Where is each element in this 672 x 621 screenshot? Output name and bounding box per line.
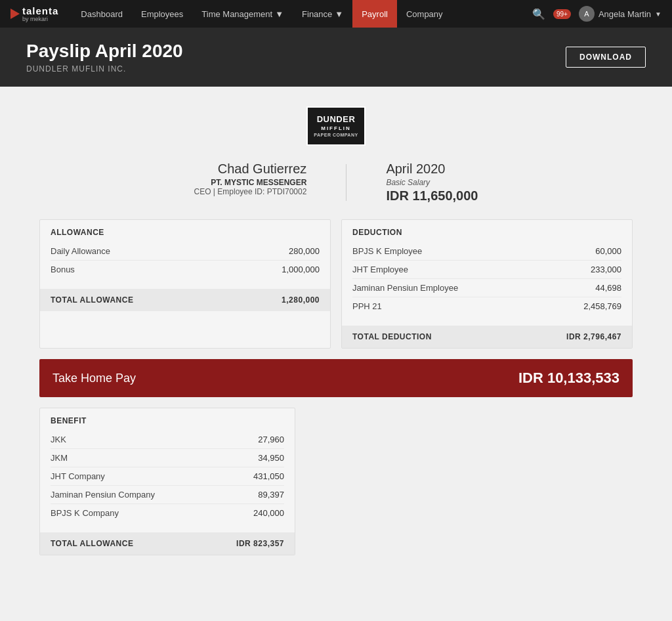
benefit-label-bpjsk-company: BPJS K Company — [51, 508, 119, 518]
deduction-body: BPJS K Employee 60,000 JHT Employee 233,… — [342, 242, 632, 326]
employee-info-row: Chad Gutierrez PT. MYSTIC MESSENGER CEO … — [39, 161, 633, 203]
chevron-down-icon: ▼ — [335, 9, 343, 19]
deduction-item-pph21: PPH 21 2,458,769 — [352, 297, 621, 315]
salary-label: Basic Salary — [386, 178, 478, 187]
total-deduction-value: IDR 2,796,467 — [566, 332, 621, 341]
benefit-item-bpjsk-company: BPJS K Company 240,000 — [51, 504, 284, 522]
logo-line2: MIFFLIN — [321, 125, 351, 132]
allowance-item-daily: Daily Allowance 280,000 — [51, 242, 320, 261]
page-title: Payslip April 2020 — [26, 41, 183, 62]
benefit-item-jkk: JKK 27,960 — [51, 431, 284, 449]
benefit-item-jkm: JKM 34,950 — [51, 449, 284, 467]
deduction-item-bpjsk: BPJS K Employee 60,000 — [352, 242, 621, 261]
deduction-value-bpjsk: 60,000 — [595, 246, 621, 256]
nav-item-dashboard[interactable]: Dashboard — [72, 0, 132, 28]
deduction-value-pph21: 2,458,769 — [583, 301, 621, 311]
benefit-label-jkm: JKM — [51, 453, 68, 463]
total-allowance-value: 1,280,000 — [282, 295, 320, 305]
take-home-pay-label: Take Home Pay — [52, 372, 136, 385]
page-banner: Payslip April 2020 DUNDLER MUFLIN INC. D… — [0, 28, 672, 87]
deduction-label-jht: JHT Employee — [352, 265, 408, 274]
employee-company: PT. MYSTIC MESSENGER — [194, 178, 307, 187]
benefit-item-jht-company: JHT Company 431,050 — [51, 467, 284, 486]
deduction-item-jp: Jaminan Pensiun Employee 44,698 — [352, 279, 621, 297]
logo-text-block: talenta by mekari — [22, 5, 58, 22]
allowance-footer: TOTAL ALLOWANCE 1,280,000 — [40, 289, 330, 311]
allowance-item-bonus: Bonus 1,000,000 — [51, 261, 320, 278]
notification-badge[interactable]: 99+ — [553, 9, 571, 19]
allowance-value-bonus: 1,000,000 — [282, 265, 320, 274]
logo[interactable]: talenta by mekari — [10, 5, 58, 22]
nav-item-payroll[interactable]: Payroll — [352, 0, 397, 28]
benefit-value-jkk: 27,960 — [258, 435, 284, 444]
user-menu-chevron-icon: ▼ — [655, 11, 662, 18]
take-home-pay-bar: Take Home Pay IDR 10,133,533 — [39, 359, 633, 397]
benefit-value-jp-company: 89,397 — [258, 490, 284, 500]
banner-text: Payslip April 2020 DUNDLER MUFLIN INC. — [26, 41, 183, 74]
benefit-footer: TOTAL ALLOWANCE IDR 823,357 — [40, 532, 295, 555]
logo-line1: DUNDER — [317, 114, 356, 125]
employee-name: Chad Gutierrez — [194, 161, 307, 177]
nav-item-finance[interactable]: Finance ▼ — [293, 0, 352, 28]
benefit-body: JKK 27,960 JKM 34,950 JHT Company 431,05… — [40, 431, 295, 532]
take-home-pay-value: IDR 10,133,533 — [518, 370, 620, 387]
benefit-label-jht-company: JHT Company — [51, 471, 105, 481]
user-menu[interactable]: A Angela Martin ▼ — [579, 6, 662, 22]
benefit-total-label: TOTAL ALLOWANCE — [51, 539, 133, 548]
nav-items: Dashboard Employees Time Management ▼ Fi… — [72, 0, 532, 28]
user-name: Angela Martin — [598, 9, 651, 19]
salary-info: April 2020 Basic Salary IDR 11,650,000 — [386, 161, 478, 203]
company-logo: DUNDER MIFFLIN PAPER COMPANY — [306, 106, 366, 146]
salary-period: April 2020 — [386, 161, 478, 177]
banner-subtitle: DUNDLER MUFLIN INC. — [26, 64, 183, 74]
download-button[interactable]: DOWNLOAD — [566, 47, 646, 68]
deduction-card: DEDUCTION BPJS K Employee 60,000 JHT Emp… — [341, 219, 633, 349]
benefit-value-jkm: 34,950 — [258, 453, 284, 463]
benefit-value-jht-company: 431,050 — [253, 471, 284, 481]
salary-amount: IDR 11,650,000 — [386, 188, 478, 203]
deduction-label-jp: Jaminan Pensiun Employee — [352, 283, 458, 293]
total-allowance-label: TOTAL ALLOWANCE — [51, 295, 133, 305]
deduction-value-jp: 44,698 — [595, 283, 621, 293]
total-deduction-label: TOTAL DEDUCTION — [352, 332, 432, 341]
main-content: DUNDER MIFFLIN PAPER COMPANY Chad Gutier… — [0, 87, 672, 621]
company-logo-section: DUNDER MIFFLIN PAPER COMPANY — [39, 106, 633, 146]
deduction-item-jht: JHT Employee 233,000 — [352, 261, 621, 279]
nav-item-employees[interactable]: Employees — [132, 0, 192, 28]
navbar: talenta by mekari Dashboard Employees Ti… — [0, 0, 672, 28]
deduction-label-bpjsk: BPJS K Employee — [352, 246, 422, 256]
nav-item-time-management[interactable]: Time Management ▼ — [192, 0, 293, 28]
allowance-header: ALLOWANCE — [40, 220, 330, 242]
allowance-value-daily: 280,000 — [289, 246, 320, 256]
benefit-value-bpjsk-company: 240,000 — [253, 508, 284, 518]
logo-triangle-icon — [10, 9, 20, 19]
allowance-deduction-row: ALLOWANCE Daily Allowance 280,000 Bonus … — [39, 219, 633, 349]
deduction-header: DEDUCTION — [342, 220, 632, 242]
benefit-label-jp-company: Jaminan Pensiun Company — [51, 490, 155, 500]
benefit-card: BENEFIT JKK 27,960 JKM 34,950 JHT Compan… — [39, 408, 295, 555]
logo-sub-text: by mekari — [22, 16, 58, 22]
allowance-card: ALLOWANCE Daily Allowance 280,000 Bonus … — [39, 219, 331, 349]
deduction-label-pph21: PPH 21 — [352, 301, 382, 311]
benefit-total-value: IDR 823,357 — [236, 539, 284, 548]
nav-right: 🔍 99+ A Angela Martin ▼ — [532, 6, 662, 22]
benefit-label-jkk: JKK — [51, 435, 66, 444]
benefit-header: BENEFIT — [40, 408, 295, 431]
user-avatar: A — [579, 6, 595, 22]
info-divider — [346, 164, 346, 201]
chevron-down-icon: ▼ — [275, 9, 284, 19]
logo-brand-name: talenta — [22, 5, 58, 16]
employee-role: CEO | Employee ID: PTDI70002 — [194, 187, 307, 196]
nav-item-company[interactable]: Company — [397, 0, 452, 28]
benefit-item-jp-company: Jaminan Pensiun Company 89,397 — [51, 486, 284, 504]
allowance-label-bonus: Bonus — [51, 265, 75, 274]
employee-info-left: Chad Gutierrez PT. MYSTIC MESSENGER CEO … — [194, 161, 307, 196]
allowance-body: Daily Allowance 280,000 Bonus 1,000,000 — [40, 242, 330, 289]
allowance-label-daily: Daily Allowance — [51, 246, 110, 256]
search-icon[interactable]: 🔍 — [532, 8, 545, 20]
logo-line3: PAPER COMPANY — [314, 132, 358, 138]
deduction-footer: TOTAL DEDUCTION IDR 2,796,467 — [342, 326, 632, 348]
deduction-value-jht: 233,000 — [591, 265, 621, 274]
